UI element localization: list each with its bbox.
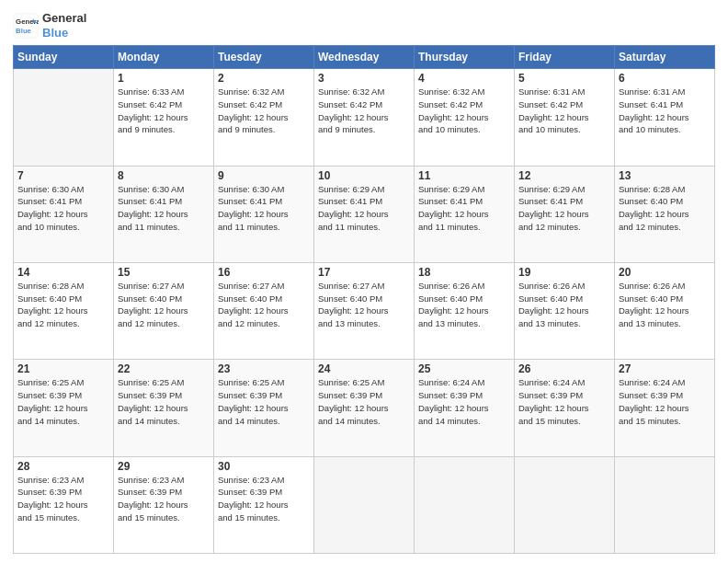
column-header-friday: Friday xyxy=(515,46,615,69)
calendar-week-row: 21Sunrise: 6:25 AM Sunset: 6:39 PM Dayli… xyxy=(14,360,715,456)
calendar-cell: 22Sunrise: 6:25 AM Sunset: 6:39 PM Dayli… xyxy=(114,360,214,456)
calendar-cell: 30Sunrise: 6:23 AM Sunset: 6:39 PM Dayli… xyxy=(214,456,314,553)
day-number: 15 xyxy=(118,266,210,279)
calendar-header-row: SundayMondayTuesdayWednesdayThursdayFrid… xyxy=(14,46,715,69)
calendar-cell: 21Sunrise: 6:25 AM Sunset: 6:39 PM Dayli… xyxy=(14,360,114,456)
day-info: Sunrise: 6:27 AM Sunset: 6:40 PM Dayligh… xyxy=(118,280,210,330)
calendar-week-row: 14Sunrise: 6:28 AM Sunset: 6:40 PM Dayli… xyxy=(14,262,715,359)
day-info: Sunrise: 6:28 AM Sunset: 6:40 PM Dayligh… xyxy=(17,280,109,330)
day-info: Sunrise: 6:33 AM Sunset: 6:42 PM Dayligh… xyxy=(118,86,210,136)
day-number: 29 xyxy=(118,460,210,473)
day-info: Sunrise: 6:27 AM Sunset: 6:40 PM Dayligh… xyxy=(218,280,310,330)
day-number: 30 xyxy=(218,460,310,473)
calendar-cell: 15Sunrise: 6:27 AM Sunset: 6:40 PM Dayli… xyxy=(114,262,214,359)
calendar-cell: 23Sunrise: 6:25 AM Sunset: 6:39 PM Dayli… xyxy=(214,360,314,456)
day-number: 20 xyxy=(619,266,711,279)
column-header-thursday: Thursday xyxy=(415,46,515,69)
calendar-cell xyxy=(415,456,515,553)
column-header-tuesday: Tuesday xyxy=(214,46,314,69)
day-info: Sunrise: 6:29 AM Sunset: 6:41 PM Dayligh… xyxy=(518,183,610,234)
day-number: 27 xyxy=(619,362,711,375)
day-number: 21 xyxy=(17,362,109,375)
day-info: Sunrise: 6:29 AM Sunset: 6:41 PM Dayligh… xyxy=(418,183,510,234)
day-number: 22 xyxy=(118,362,210,375)
day-info: Sunrise: 6:26 AM Sunset: 6:40 PM Dayligh… xyxy=(518,280,610,330)
day-info: Sunrise: 6:30 AM Sunset: 6:41 PM Dayligh… xyxy=(218,183,310,234)
column-header-sunday: Sunday xyxy=(14,46,114,69)
calendar-cell xyxy=(615,456,715,553)
day-number: 28 xyxy=(17,460,109,473)
day-number: 12 xyxy=(518,169,610,182)
day-info: Sunrise: 6:32 AM Sunset: 6:42 PM Dayligh… xyxy=(218,86,310,136)
day-info: Sunrise: 6:31 AM Sunset: 6:41 PM Dayligh… xyxy=(619,86,711,136)
day-info: Sunrise: 6:29 AM Sunset: 6:41 PM Dayligh… xyxy=(318,183,410,234)
calendar-week-row: 1Sunrise: 6:33 AM Sunset: 6:42 PM Daylig… xyxy=(14,69,715,166)
header: General Blue General Blue xyxy=(13,11,715,40)
day-number: 9 xyxy=(218,169,310,182)
day-info: Sunrise: 6:26 AM Sunset: 6:40 PM Dayligh… xyxy=(619,280,711,330)
day-number: 25 xyxy=(418,362,510,375)
day-number: 4 xyxy=(418,72,510,85)
day-number: 7 xyxy=(17,169,109,182)
day-info: Sunrise: 6:28 AM Sunset: 6:40 PM Dayligh… xyxy=(619,183,711,234)
calendar-cell: 18Sunrise: 6:26 AM Sunset: 6:40 PM Dayli… xyxy=(415,262,515,359)
day-number: 6 xyxy=(619,72,711,85)
page: General Blue General Blue SundayMondayTu… xyxy=(0,0,728,563)
day-number: 26 xyxy=(518,362,610,375)
day-number: 14 xyxy=(17,266,109,279)
calendar-cell: 4Sunrise: 6:32 AM Sunset: 6:42 PM Daylig… xyxy=(415,69,515,166)
day-number: 16 xyxy=(218,266,310,279)
calendar-cell: 25Sunrise: 6:24 AM Sunset: 6:39 PM Dayli… xyxy=(415,360,515,456)
calendar-cell: 16Sunrise: 6:27 AM Sunset: 6:40 PM Dayli… xyxy=(214,262,314,359)
day-number: 18 xyxy=(418,266,510,279)
calendar-week-row: 28Sunrise: 6:23 AM Sunset: 6:39 PM Dayli… xyxy=(14,456,715,553)
calendar-week-row: 7Sunrise: 6:30 AM Sunset: 6:41 PM Daylig… xyxy=(14,166,715,262)
day-number: 2 xyxy=(218,72,310,85)
day-number: 8 xyxy=(118,169,210,182)
day-info: Sunrise: 6:25 AM Sunset: 6:39 PM Dayligh… xyxy=(118,376,210,427)
calendar-cell: 9Sunrise: 6:30 AM Sunset: 6:41 PM Daylig… xyxy=(214,166,314,262)
day-number: 10 xyxy=(318,169,410,182)
calendar-cell: 19Sunrise: 6:26 AM Sunset: 6:40 PM Dayli… xyxy=(515,262,615,359)
logo-icon: General Blue xyxy=(13,13,39,39)
column-header-wednesday: Wednesday xyxy=(314,46,415,69)
calendar-cell: 3Sunrise: 6:32 AM Sunset: 6:42 PM Daylig… xyxy=(314,69,415,166)
day-number: 1 xyxy=(118,72,210,85)
calendar-cell: 6Sunrise: 6:31 AM Sunset: 6:41 PM Daylig… xyxy=(615,69,715,166)
calendar-cell: 1Sunrise: 6:33 AM Sunset: 6:42 PM Daylig… xyxy=(114,69,214,166)
calendar-cell: 10Sunrise: 6:29 AM Sunset: 6:41 PM Dayli… xyxy=(314,166,415,262)
day-info: Sunrise: 6:27 AM Sunset: 6:40 PM Dayligh… xyxy=(318,280,410,330)
day-info: Sunrise: 6:31 AM Sunset: 6:42 PM Dayligh… xyxy=(518,86,610,136)
calendar-cell: 12Sunrise: 6:29 AM Sunset: 6:41 PM Dayli… xyxy=(515,166,615,262)
calendar-cell: 28Sunrise: 6:23 AM Sunset: 6:39 PM Dayli… xyxy=(14,456,114,553)
calendar-cell: 17Sunrise: 6:27 AM Sunset: 6:40 PM Dayli… xyxy=(314,262,415,359)
day-info: Sunrise: 6:23 AM Sunset: 6:39 PM Dayligh… xyxy=(218,474,310,524)
calendar-cell xyxy=(314,456,415,553)
day-number: 23 xyxy=(218,362,310,375)
calendar-cell: 14Sunrise: 6:28 AM Sunset: 6:40 PM Dayli… xyxy=(14,262,114,359)
day-info: Sunrise: 6:32 AM Sunset: 6:42 PM Dayligh… xyxy=(418,86,510,136)
day-info: Sunrise: 6:26 AM Sunset: 6:40 PM Dayligh… xyxy=(418,280,510,330)
logo: General Blue General Blue xyxy=(13,11,86,40)
column-header-monday: Monday xyxy=(114,46,214,69)
calendar-table: SundayMondayTuesdayWednesdayThursdayFrid… xyxy=(13,45,715,554)
day-info: Sunrise: 6:25 AM Sunset: 6:39 PM Dayligh… xyxy=(318,376,410,427)
day-info: Sunrise: 6:25 AM Sunset: 6:39 PM Dayligh… xyxy=(218,376,310,427)
calendar-cell: 11Sunrise: 6:29 AM Sunset: 6:41 PM Dayli… xyxy=(415,166,515,262)
day-info: Sunrise: 6:25 AM Sunset: 6:39 PM Dayligh… xyxy=(17,376,109,427)
day-info: Sunrise: 6:30 AM Sunset: 6:41 PM Dayligh… xyxy=(118,183,210,234)
day-info: Sunrise: 6:30 AM Sunset: 6:41 PM Dayligh… xyxy=(17,183,109,234)
calendar-cell: 26Sunrise: 6:24 AM Sunset: 6:39 PM Dayli… xyxy=(515,360,615,456)
calendar-cell: 2Sunrise: 6:32 AM Sunset: 6:42 PM Daylig… xyxy=(214,69,314,166)
calendar-cell: 13Sunrise: 6:28 AM Sunset: 6:40 PM Dayli… xyxy=(615,166,715,262)
day-number: 11 xyxy=(418,169,510,182)
logo-text: General Blue xyxy=(42,11,86,40)
day-info: Sunrise: 6:23 AM Sunset: 6:39 PM Dayligh… xyxy=(17,474,109,524)
calendar-cell xyxy=(14,69,114,166)
day-info: Sunrise: 6:23 AM Sunset: 6:39 PM Dayligh… xyxy=(118,474,210,524)
day-number: 17 xyxy=(318,266,410,279)
calendar-cell: 8Sunrise: 6:30 AM Sunset: 6:41 PM Daylig… xyxy=(114,166,214,262)
calendar-cell: 24Sunrise: 6:25 AM Sunset: 6:39 PM Dayli… xyxy=(314,360,415,456)
day-info: Sunrise: 6:32 AM Sunset: 6:42 PM Dayligh… xyxy=(318,86,410,136)
day-info: Sunrise: 6:24 AM Sunset: 6:39 PM Dayligh… xyxy=(418,376,510,427)
